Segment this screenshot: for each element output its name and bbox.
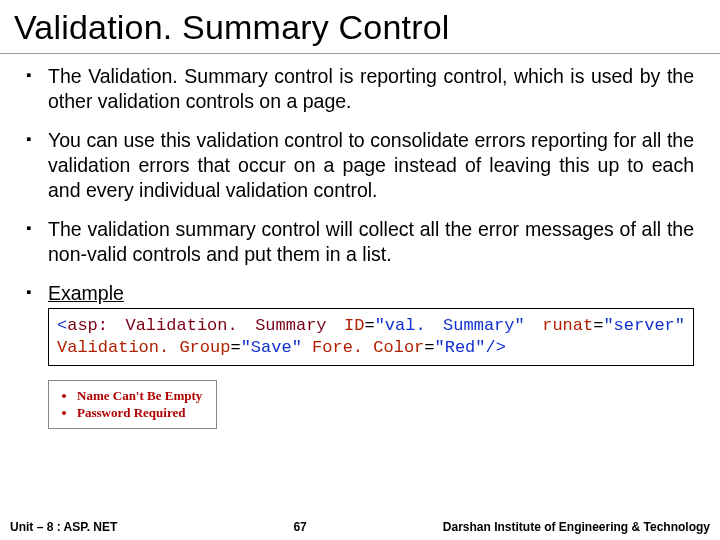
footer: Unit – 8 : ASP. NET 67 Darshan Institute… — [0, 520, 720, 534]
code-attr: Fore. Color — [312, 338, 424, 357]
content-area: The Validation. Summary control is repor… — [0, 54, 720, 429]
bullet-item: The validation summary control will coll… — [26, 217, 694, 267]
bullet-item: You can use this validation control to c… — [26, 128, 694, 203]
code-token: /> — [486, 338, 506, 357]
slide-title: Validation. Summary Control — [0, 0, 720, 54]
bullet-list: The Validation. Summary control is repor… — [26, 64, 694, 429]
code-value: "Save" — [241, 338, 302, 357]
bullet-item: Example <asp: Validation. Summary ID="va… — [26, 281, 694, 429]
code-attr: ID — [344, 316, 364, 335]
code-tag: asp: Validation. Summary — [67, 316, 326, 335]
bullet-item: The Validation. Summary control is repor… — [26, 64, 694, 114]
code-attr: Validation. Group — [57, 338, 230, 357]
output-list: Name Can't Be Empty Password Required — [59, 387, 202, 422]
example-label: Example — [48, 282, 124, 304]
footer-institute: Darshan Institute of Engineering & Techn… — [443, 520, 710, 534]
code-example: <asp: Validation. Summary ID="val. Summa… — [48, 308, 694, 366]
footer-page: 67 — [253, 520, 306, 534]
code-token: < — [57, 316, 67, 335]
output-preview: Name Can't Be Empty Password Required — [48, 380, 217, 429]
code-value: "Red" — [434, 338, 485, 357]
output-item: Name Can't Be Empty — [77, 387, 202, 405]
footer-unit: Unit – 8 : ASP. NET — [10, 520, 117, 534]
code-value: "server" — [603, 316, 685, 335]
output-item: Password Required — [77, 404, 202, 422]
slide: Validation. Summary Control The Validati… — [0, 0, 720, 540]
code-value: "val. Summary" — [375, 316, 525, 335]
code-attr: runat — [542, 316, 593, 335]
